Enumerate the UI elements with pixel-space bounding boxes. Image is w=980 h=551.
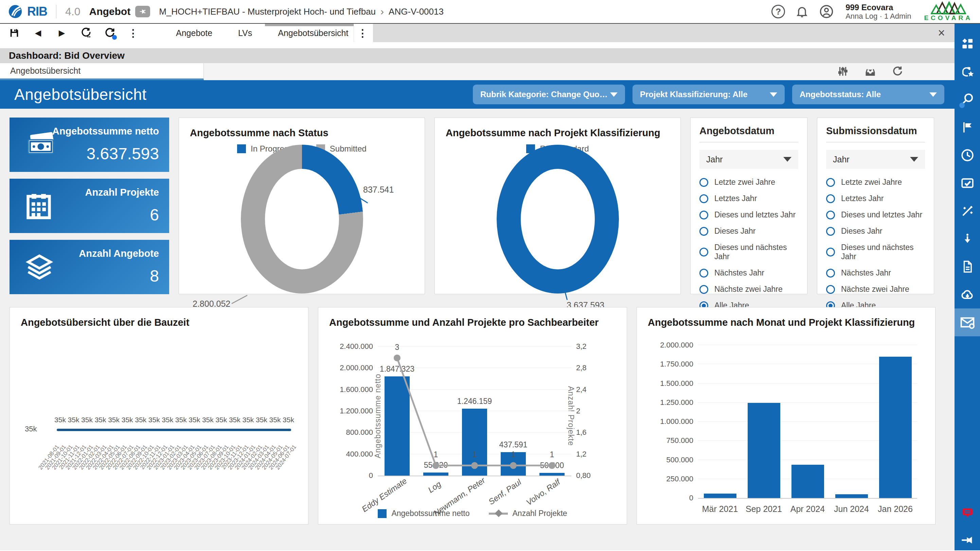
tab-angebote[interactable]: Angebote: [163, 24, 225, 42]
radio-option[interactable]: Dieses und nächstes Jahr: [826, 243, 925, 261]
breadcrumb[interactable]: M_HOCH+TIEFBAU - Musterprojekt Hoch- und…: [159, 6, 444, 18]
radio-button[interactable]: [826, 194, 835, 203]
point-label: 35k: [189, 416, 200, 424]
radio-option[interactable]: Nächstes Jahr: [826, 268, 925, 277]
radio-button[interactable]: [699, 248, 708, 256]
subtab-angebotsuebersicht[interactable]: Angebotsübersicht: [0, 63, 204, 80]
radio-option[interactable]: Letzte zwei Jahre: [699, 178, 798, 187]
forward-icon[interactable]: ▶: [56, 27, 68, 39]
radio-option[interactable]: Dieses Jahr: [699, 226, 798, 236]
point-label: 35k: [162, 416, 173, 424]
bar-Mär 2021[interactable]: [704, 494, 737, 498]
radio-button[interactable]: [826, 248, 835, 256]
y-tick-left: 1.200.000: [340, 407, 373, 416]
chart-angebotssumme-nach-status: Angebotssumme nach Status In Progress Su…: [179, 118, 425, 294]
point-label: 35k: [256, 416, 267, 424]
back-icon[interactable]: ◀: [32, 27, 44, 39]
jahr-select[interactable]: Jahr: [826, 150, 925, 169]
point-label: 35k: [135, 416, 146, 424]
radio-option[interactable]: Dieses und letztes Jahr: [826, 210, 925, 220]
radio-button[interactable]: [699, 285, 708, 294]
jahr-select[interactable]: Jahr: [699, 150, 798, 169]
adjust-filters-icon[interactable]: [837, 65, 849, 78]
user-icon[interactable]: [819, 4, 834, 19]
refresh-icon[interactable]: [103, 27, 116, 39]
import-icon[interactable]: [864, 65, 877, 78]
y-tick: 250.000: [666, 475, 693, 483]
bar-Apr 2024[interactable]: [791, 465, 824, 498]
data-line[interactable]: [57, 429, 291, 431]
pinned-icon[interactable]: [135, 6, 150, 18]
radio-button[interactable]: [699, 178, 708, 187]
radio-button[interactable]: [826, 285, 835, 294]
sync-icon[interactable]: [80, 27, 92, 39]
radio-button[interactable]: [699, 210, 708, 220]
tab-menu-icon[interactable]: ⋮: [354, 24, 373, 42]
notifications-icon[interactable]: [794, 4, 810, 19]
x-category-label: Sep 2021: [746, 504, 782, 514]
cloud-sync-icon[interactable]: [955, 280, 980, 309]
line-value-label: 1: [550, 450, 554, 459]
filter-projekt-klassifizierung[interactable]: Projekt Klassifizierung: Alle: [633, 84, 785, 104]
download-icon[interactable]: [955, 225, 980, 253]
bar-Jun 2024[interactable]: [835, 494, 868, 498]
share-favorite-icon[interactable]: [955, 58, 980, 86]
radio-option[interactable]: Nächste zwei Jahre: [699, 285, 798, 294]
radio-option[interactable]: Dieses und letztes Jahr: [699, 210, 798, 220]
radio-option[interactable]: Dieses und nächstes Jahr: [699, 243, 798, 261]
y-tick-right: 1,6: [576, 428, 587, 437]
kpi-value: 6: [150, 205, 159, 224]
filter-rubrik-kategorie[interactable]: Rubrik Kategorie: Change Quote, Main Q..…: [473, 84, 625, 104]
legend-item[interactable]: Angebotssumme netto: [378, 509, 469, 518]
breadcrumb-project[interactable]: M_HOCH+TIEFBAU - Musterprojekt Hoch- und…: [159, 6, 376, 17]
filter-angebotsstatus[interactable]: Angebotsstatus: Alle: [792, 84, 944, 104]
radio-label: Dieses und letztes Jahr: [714, 210, 795, 220]
wizard-icon[interactable]: [955, 197, 980, 225]
radio-button[interactable]: [826, 210, 835, 220]
legend-item[interactable]: Anzahl Projekte: [489, 509, 567, 518]
radio-option[interactable]: Letztes Jahr: [826, 194, 925, 203]
kpi-value: 3.637.593: [86, 144, 159, 163]
more-icon[interactable]: ⋮: [127, 27, 139, 39]
tasks-icon[interactable]: [955, 169, 980, 197]
save-icon[interactable]: [8, 27, 21, 39]
feedback-icon[interactable]: [961, 506, 974, 520]
radio-button[interactable]: [699, 227, 708, 236]
slice-value-label: 837.541: [363, 185, 394, 195]
y-tick-right: 2: [576, 407, 580, 416]
document-icon[interactable]: [955, 253, 980, 280]
y-tick: 35k: [25, 425, 37, 433]
radio-option[interactable]: Dieses Jahr: [826, 226, 925, 236]
history-icon[interactable]: [955, 141, 980, 169]
radio-button[interactable]: [826, 269, 835, 277]
mail-icon[interactable]: [955, 309, 980, 336]
breadcrumb-item[interactable]: ANG-V-00013: [388, 6, 444, 17]
apps-icon[interactable]: [955, 30, 980, 58]
point-label: 35k: [283, 416, 294, 424]
radio-option[interactable]: Nächste zwei Jahre: [826, 285, 925, 294]
radio-label: Letztes Jahr: [841, 194, 883, 203]
flag-icon[interactable]: [955, 113, 980, 141]
tab-lvs[interactable]: LVs: [225, 24, 265, 42]
user-block[interactable]: 999 Ecovara Anna Log · 1 Admin: [845, 3, 911, 21]
radio-button[interactable]: [826, 227, 835, 236]
pin-icon[interactable]: [961, 533, 974, 547]
close-icon[interactable]: ×: [938, 24, 945, 42]
refresh-icon[interactable]: [891, 65, 904, 78]
radio-option[interactable]: Letzte zwei Jahre: [826, 178, 925, 187]
search-icon[interactable]: [955, 86, 980, 113]
radio-option[interactable]: Letztes Jahr: [699, 194, 798, 203]
point-label: 35k: [95, 416, 106, 424]
radio-button[interactable]: [699, 194, 708, 203]
ecovara-logo: ECOVARA: [924, 2, 972, 22]
help-icon[interactable]: ?: [772, 5, 785, 18]
tab-angebotsuebersicht[interactable]: Angebotsübersicht: [265, 24, 354, 42]
radio-button[interactable]: [699, 269, 708, 277]
radio-button[interactable]: [826, 178, 835, 187]
radio-option[interactable]: Nächstes Jahr: [699, 268, 798, 277]
bar-Sep 2021[interactable]: [748, 403, 780, 498]
y-tick-right: 1,2: [576, 450, 587, 459]
rib-logo-icon: [8, 4, 23, 19]
bar-Jan 2026[interactable]: [879, 357, 912, 498]
legend-line-marker: [489, 513, 508, 514]
